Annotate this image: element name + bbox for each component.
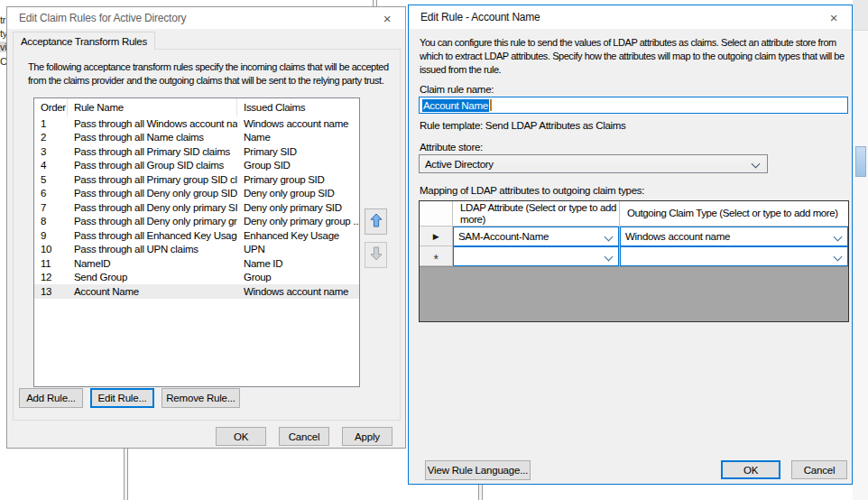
column-header-issued-claims[interactable]: Issued Claims	[237, 98, 359, 116]
cell-issued-claims: Enhanced Key Usage	[237, 230, 359, 241]
add-rule-button[interactable]: Add Rule...	[19, 388, 83, 408]
list-header: Order Rule Name Issued Claims	[34, 98, 359, 116]
column-header-rule-name[interactable]: Rule Name	[68, 98, 237, 116]
cell-rule-name: Pass through all Deny only primary group…	[68, 216, 237, 227]
bg-tree-fragment: ty	[0, 28, 6, 39]
cell-issued-claims: Name	[237, 132, 359, 143]
chevron-down-icon	[752, 160, 761, 169]
grid-empty-area	[420, 266, 848, 321]
rules-description: The following acceptance transform rules…	[28, 60, 402, 89]
cell-rule-name: Pass through all Deny only group SID cla…	[68, 188, 237, 199]
outgoing-claim-type-select-new[interactable]	[620, 246, 848, 266]
bg-tree-fragment: C	[0, 56, 6, 67]
cell-rule-name: Pass through all Primary group SID claim…	[68, 174, 237, 185]
ok-button[interactable]: OK	[216, 427, 266, 446]
cell-issued-claims: Group	[237, 272, 359, 282]
claim-rule-row[interactable]: 12 Send Group Group	[34, 271, 359, 285]
dialog-titlebar[interactable]: Edit Claim Rules for Active Directory	[7, 7, 405, 29]
claim-rule-name-label: Claim rule name:	[420, 84, 494, 95]
claim-rule-row[interactable]: 1 Pass through all Windows account name.…	[34, 116, 359, 131]
new-row-asterisk-icon: *	[433, 252, 438, 266]
column-header-order[interactable]: Order	[34, 98, 68, 116]
cell-rule-name: Pass through all Name claims	[68, 132, 237, 143]
rule-description: You can configure this rule to send the …	[420, 36, 847, 78]
dialog-titlebar[interactable]: Edit Rule - Account Name	[409, 5, 852, 29]
ldap-attribute-value: SAM-Account-Name	[458, 231, 549, 242]
cell-issued-claims: Group SID	[237, 160, 359, 171]
claim-rule-row[interactable]: 7 Pass through all Deny only primary SID…	[34, 200, 359, 215]
edit-rule-button[interactable]: Edit Rule...	[90, 388, 154, 408]
outgoing-claim-type-column-header: Outgoing Claim Type (Select or type to a…	[620, 201, 848, 226]
cell-order: 1	[34, 118, 68, 129]
arrow-down-icon	[370, 246, 383, 264]
remove-rule-button[interactable]: Remove Rule...	[162, 388, 240, 408]
ok-button[interactable]: OK	[721, 460, 780, 479]
cell-rule-name: Pass through all UPN claims	[68, 244, 237, 255]
cell-order: 13	[34, 286, 68, 297]
move-rule-down-button[interactable]	[365, 242, 387, 268]
claim-rule-row[interactable]: 2 Pass through all Name claims Name	[34, 131, 359, 145]
background-scrollbar-track[interactable]	[853, 0, 868, 500]
claim-rule-row[interactable]: 8 Pass through all Deny only primary gro…	[34, 215, 359, 229]
bg-tree-fragment-selected: vic	[0, 42, 6, 52]
cell-rule-name: Account Name	[68, 286, 237, 297]
cell-issued-claims: Windows account name	[237, 118, 359, 129]
claim-rule-row[interactable]: 10 Pass through all UPN claims UPN	[34, 243, 359, 257]
claim-rule-row[interactable]: 6 Pass through all Deny only group SID c…	[34, 187, 359, 201]
outgoing-claim-type-select[interactable]: Windows account name	[620, 227, 848, 246]
cell-order: 2	[34, 132, 68, 143]
mapping-grid-header: LDAP Attribute (Select or type to add mo…	[420, 201, 848, 227]
cell-order: 6	[34, 188, 68, 199]
background-splitter[interactable]	[478, 485, 483, 500]
cell-rule-name: Pass through all Primary SID claims	[68, 146, 237, 157]
text-caret	[490, 99, 492, 111]
mapping-row: ▶ SAM-Account-Name Windows account name	[420, 227, 848, 246]
cancel-button[interactable]: Cancel	[279, 427, 329, 446]
close-icon[interactable]: ×	[819, 5, 848, 29]
cell-order: 5	[34, 174, 68, 185]
cell-order: 11	[34, 258, 68, 269]
cell-order: 9	[34, 230, 68, 241]
cell-order: 10	[34, 244, 68, 255]
claim-rule-row[interactable]: 5 Pass through all Primary group SID cla…	[34, 172, 359, 187]
background-splitter[interactable]	[124, 449, 128, 500]
cancel-button[interactable]: Cancel	[791, 460, 847, 479]
view-rule-language-button[interactable]: View Rule Language...	[425, 460, 531, 480]
mapping-label: Mapping of LDAP attributes to outgoing c…	[420, 185, 644, 196]
claim-rule-name-input[interactable]: Account Name	[419, 97, 848, 114]
chevron-down-icon	[605, 233, 614, 242]
claim-rule-row[interactable]: 9 Pass through all Enhanced Key Usage cl…	[34, 228, 359, 243]
bg-tree-fragment: tr	[0, 14, 6, 25]
selected-text: Account Name	[422, 99, 489, 112]
chevron-down-icon	[834, 253, 843, 262]
cell-issued-claims: Deny only primary SID	[237, 202, 359, 213]
scrollbar-thumb[interactable]	[855, 146, 866, 177]
close-icon[interactable]: ×	[373, 7, 402, 29]
attribute-store-value: Active Directory	[425, 159, 494, 170]
claim-rule-row[interactable]: 11 NameID Name ID	[34, 256, 359, 271]
ldap-attribute-select-new[interactable]	[453, 246, 619, 266]
attribute-store-label: Attribute store:	[420, 142, 483, 153]
claim-rules-rows: 1 Pass through all Windows account name.…	[34, 116, 359, 299]
tab-acceptance-transform-rules[interactable]: Acceptance Transform Rules	[13, 32, 155, 50]
dialog-title: Edit Rule - Account Name	[409, 11, 540, 23]
rule-template-text: Rule template: Send LDAP Attributes as C…	[420, 120, 626, 131]
claim-rule-row[interactable]: 13 Account Name Windows account name	[34, 284, 359, 299]
claim-rule-row[interactable]: 4 Pass through all Group SID claims Grou…	[34, 159, 359, 173]
apply-button[interactable]: Apply	[342, 427, 392, 446]
cell-issued-claims: Primary SID	[237, 146, 359, 157]
ldap-attribute-select[interactable]: SAM-Account-Name	[453, 227, 619, 246]
claim-rule-row[interactable]: 3 Pass through all Primary SID claims Pr…	[34, 144, 359, 159]
edit-rule-dialog: Edit Rule - Account Name × You can confi…	[408, 5, 853, 485]
chevron-down-icon	[834, 233, 843, 242]
mapping-grid: LDAP Attribute (Select or type to add mo…	[419, 200, 849, 322]
new-row-marker: *	[420, 246, 453, 266]
cell-issued-claims: Deny only group SID	[237, 188, 359, 199]
cell-issued-claims: Deny only primary group ...	[237, 216, 359, 227]
claim-rules-list[interactable]: Order Rule Name Issued Claims 1 Pass thr…	[33, 97, 360, 387]
mapping-row-new: *	[420, 246, 848, 266]
attribute-store-select[interactable]: Active Directory	[419, 154, 768, 173]
move-rule-up-button[interactable]	[365, 208, 387, 235]
outgoing-claim-type-value: Windows account name	[625, 231, 730, 242]
current-row-marker: ▶	[420, 227, 453, 246]
